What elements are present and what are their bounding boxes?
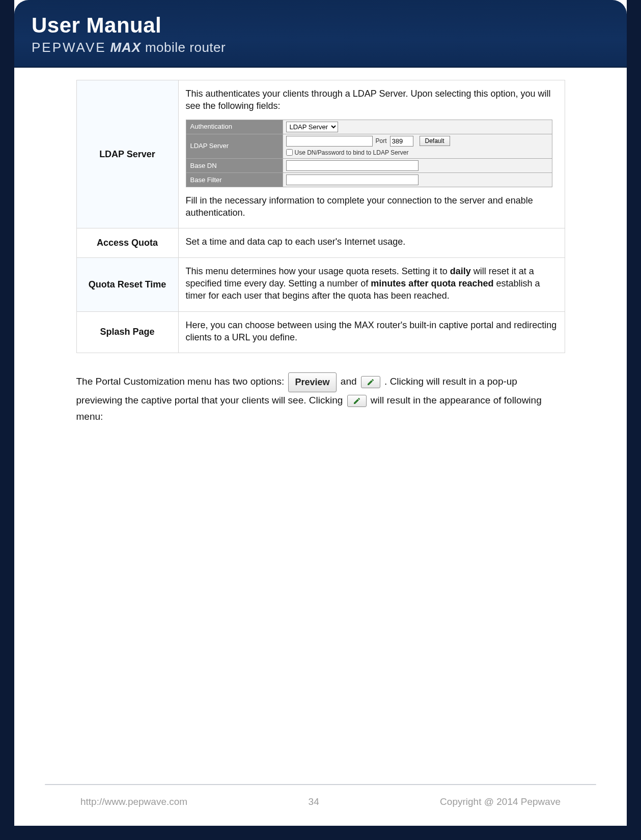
brand-name: PEPWAVE [32, 40, 106, 55]
ldap-outro: Fill in the necessary information to com… [186, 194, 558, 219]
port-label: Port [376, 137, 387, 145]
edit-button[interactable] [361, 376, 380, 388]
edit-button[interactable] [347, 395, 367, 407]
product-name: MAX [110, 40, 141, 55]
base-filter-input[interactable] [286, 175, 419, 185]
footer-page-number: 34 [309, 796, 319, 807]
base-dn-input[interactable] [286, 160, 419, 171]
mini-row-base-dn: Base DN [186, 158, 552, 172]
mini-label: Base Filter [186, 172, 283, 187]
row-ldap-server: LDAP Server This authenticates your clie… [76, 80, 565, 228]
doc-title: User Manual [32, 13, 609, 38]
row-label: Quota Reset Time [76, 257, 178, 311]
footer-rule [45, 784, 596, 785]
doc-subtitle: PEPWAVE MAX mobile router [32, 40, 609, 55]
access-quota-desc: Set a time and data cap to each user's I… [186, 236, 558, 248]
splash-desc: Here, you can choose between using the M… [186, 319, 558, 344]
row-splash-page: Splash Page Here, you can choose between… [76, 311, 565, 353]
text-bold: daily [450, 266, 471, 276]
text-span: The Portal Customization menu has two op… [76, 376, 287, 387]
settings-table: LDAP Server This authenticates your clie… [76, 80, 565, 353]
row-quota-reset-time: Quota Reset Time This menu determines ho… [76, 257, 565, 311]
mini-value: Port Default Use DN/Password to bind to … [283, 134, 552, 158]
row-label: Splash Page [76, 311, 178, 353]
row-desc: Here, you can choose between using the M… [178, 311, 565, 353]
mini-label: LDAP Server [186, 134, 283, 158]
use-dn-label: Use DN/Password to bind to LDAP Server [295, 149, 409, 157]
mini-value [283, 172, 552, 187]
paragraph-portal-customization: The Portal Customization menu has two op… [76, 372, 565, 425]
row-desc: This authenticates your clients through … [178, 80, 565, 228]
mini-row-authentication: Authentication LDAP Server [186, 120, 552, 134]
mini-row-ldap-server: LDAP Server Port Default [186, 134, 552, 158]
mini-value: LDAP Server [283, 120, 552, 134]
text-span: and [341, 376, 359, 387]
row-label: LDAP Server [76, 80, 178, 228]
mini-row-base-filter: Base Filter [186, 172, 552, 187]
quota-reset-desc: This menu determines how your usage quot… [186, 265, 558, 302]
page-frame: User Manual PEPWAVE MAX mobile router LD… [0, 0, 641, 840]
ldap-port-input[interactable] [390, 136, 413, 147]
text-bold: minutes after quota reached [371, 278, 493, 288]
product-tagline: mobile router [145, 40, 226, 55]
row-label: Access Quota [76, 228, 178, 257]
row-access-quota: Access Quota Set a time and data cap to … [76, 228, 565, 257]
mini-label: Authentication [186, 120, 283, 134]
pencil-icon [367, 378, 375, 386]
row-desc: Set a time and data cap to each user's I… [178, 228, 565, 257]
preview-button[interactable]: Preview [288, 372, 336, 392]
page-footer: http://www.pepwave.com 34 Copyright @ 20… [14, 796, 627, 807]
mini-label: Base DN [186, 158, 283, 172]
pencil-icon [353, 397, 361, 405]
ldap-server-input[interactable] [286, 136, 373, 147]
document-header: User Manual PEPWAVE MAX mobile router [14, 0, 627, 68]
authentication-select[interactable]: LDAP Server [286, 122, 338, 132]
page-content: LDAP Server This authenticates your clie… [14, 68, 627, 435]
ldap-config-table: Authentication LDAP Server LDAP Server [186, 120, 552, 187]
ldap-intro: This authenticates your clients through … [186, 88, 558, 112]
row-desc: This menu determines how your usage quot… [178, 257, 565, 311]
text-span: This menu determines how your usage quot… [186, 266, 450, 276]
use-dn-checkbox[interactable] [286, 149, 293, 156]
default-button[interactable]: Default [420, 136, 450, 146]
mini-value [283, 158, 552, 172]
footer-copyright: Copyright @ 2014 Pepwave [440, 796, 561, 807]
footer-url: http://www.pepwave.com [80, 796, 187, 807]
